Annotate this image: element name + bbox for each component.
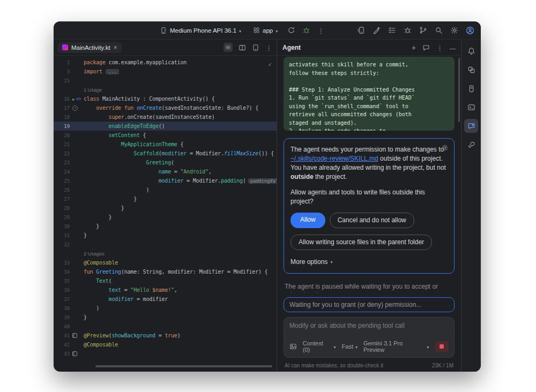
run-icon[interactable] [72,94,75,104]
permission-settings-gear-icon[interactable] [441,144,449,152]
tools-icon[interactable] [464,138,478,152]
close-tab-icon[interactable] [114,44,117,51]
code-text: } [84,203,277,213]
editor-more-icon[interactable] [265,43,272,52]
code-line[interactable]: 38 ) [54,304,277,313]
code-line[interactable]: 24 name = "Android", [54,167,277,176]
toolbar-right [357,26,474,35]
code-line[interactable]: 18 super.onCreate(savedInstanceState) [54,112,277,122]
code-line[interactable]: 17 override fun onCreate(savedInstanceSt… [54,103,277,112]
agent-icon[interactable] [464,119,478,133]
usage-hint-row[interactable]: 2 Usages [54,249,277,258]
checklist-icon[interactable] [388,26,396,34]
stop-icon [440,344,444,349]
editor-list-icon[interactable] [224,43,233,52]
chat-scrollbar[interactable] [458,58,460,122]
split-editor-icon[interactable] [239,44,246,51]
cancel-button[interactable]: Cancel and do not allow [330,213,414,228]
device-preview-icon[interactable] [252,44,259,51]
code-line[interactable]: 37 modifier = modifier [54,295,277,304]
code-line[interactable]: 15 [54,76,277,85]
code-line[interactable]: 34fun Greeting(name: String, modifier: M… [54,267,277,276]
permission-waiting-banner[interactable]: Waiting for you to grant (or deny) permi… [284,297,455,312]
code-editor[interactable]: 1package com.example.myapplication3impor… [54,56,277,372]
code-line[interactable]: 19 enableEdgeToEdge() [54,122,277,131]
code-line[interactable]: 21 MyApplicationTheme { [54,140,277,149]
code-line[interactable]: 39} [54,313,277,322]
hide-panel-icon[interactable] [450,43,456,52]
code-line[interactable]: 27 } [54,194,277,203]
terminal-icon[interactable] [464,100,478,114]
device-explorer-icon[interactable] [464,81,478,95]
code-line[interactable]: 31} [54,231,277,240]
preview-icon[interactable] [72,333,77,338]
code-line[interactable]: 26 ) [54,185,277,194]
right-dock-strip [461,40,481,372]
code-line[interactable]: 36 text = "Hello $name!", [54,285,277,295]
device-selector[interactable]: Medium Phone API 36.1 [157,25,244,36]
code-line[interactable]: 3import ... [54,67,277,76]
profile-avatar-icon[interactable] [466,26,474,35]
settings-gear-icon[interactable] [450,26,458,34]
code-text: Scaffold(modifier = Modifier.fillMaxSize… [84,149,277,158]
preview-icon[interactable] [72,351,77,356]
usage-hint-row[interactable]: 1 Usage [54,85,277,94]
context-selector[interactable]: Context (0) [303,340,336,353]
code-line[interactable]: 32 [54,240,277,249]
code-line[interactable]: 40 [54,322,277,331]
line-number: 25 [54,176,70,185]
inspection-ok-icon[interactable] [269,60,272,69]
code-tag-icon[interactable] [76,94,81,104]
code-line[interactable]: 20 setContent { [54,131,277,140]
code-line[interactable]: 1package com.example.myapplication [54,58,277,67]
composer-input[interactable]: Modify or ask about the pending tool cal… [289,322,449,329]
ai-disclaimer: AI can make mistakes, so double-check it [285,363,383,368]
structure-icon[interactable] [464,63,478,77]
code-lines: 1package com.example.myapplication3impor… [54,58,277,358]
allow-button[interactable]: Allow [291,213,325,228]
code-line[interactable]: 33@Composable [54,258,277,267]
code-line[interactable]: 43 [54,349,277,358]
main-toolbar: Medium Phone API 36.1 app [54,21,481,40]
vcs-branch-icon[interactable] [419,26,427,34]
code-line[interactable]: 16class MainActivity : ComponentActivity… [54,94,277,103]
agent-more-icon[interactable] [436,43,443,52]
debug-icon[interactable] [302,26,310,34]
search-icon[interactable] [435,26,443,34]
horizontal-scrollbar[interactable] [95,365,272,367]
bug-report-icon[interactable] [404,26,412,34]
notifications-bell-icon[interactable] [464,44,478,58]
permission-question: Allow agents and tools to write files ou… [291,188,448,206]
code-line[interactable]: 29 } [54,213,277,222]
code-line[interactable]: 22 Scaffold(modifier = Modifier.fillMaxS… [54,149,277,158]
code-line[interactable]: 23 Greeting( [54,158,277,167]
line-number: 40 [54,322,70,331]
code-text: } [84,194,277,203]
chat-history-icon[interactable] [422,44,430,51]
model-selector[interactable]: Gemini 3.1 Pro Preview [363,340,429,353]
code-line[interactable]: 28 } [54,203,277,213]
sync-icon[interactable] [287,26,295,34]
device-selector-label: Medium Phone API 36.1 [170,27,236,34]
code-line[interactable]: 30 } [54,222,277,231]
code-line[interactable]: 41@Preview(showBackground = true) [54,331,277,340]
stop-button[interactable] [435,341,449,352]
attach-image-icon[interactable] [289,343,297,350]
more-actions-icon[interactable] [317,26,324,35]
run-config-selector[interactable]: app [250,25,281,35]
speed-selector[interactable]: Fast [342,343,358,350]
ai-actions-icon[interactable] [373,26,381,34]
new-chat-icon[interactable] [412,43,416,52]
tab-mainactivity[interactable]: MainActivity.kt [58,42,122,53]
code-line[interactable]: 42@Composable [54,340,277,349]
more-options-button[interactable]: More options [291,257,448,267]
skill-file-link[interactable]: ~/.skills/code-review/SKILL.md [291,155,378,162]
code-line[interactable]: 35 Text( [54,276,277,285]
code-text: enableEdgeToEdge() [84,122,277,131]
override-icon[interactable] [72,105,78,111]
allow-parent-folder-button[interactable]: Allow writing source files in the parent… [291,235,432,250]
code-line[interactable]: 25 modifier = Modifier.padding(paddingVa… [54,176,277,185]
agent-header-actions [412,43,456,52]
agent-composer[interactable]: Modify or ask about the pending tool cal… [284,317,455,358]
running-devices-icon[interactable] [357,26,365,34]
